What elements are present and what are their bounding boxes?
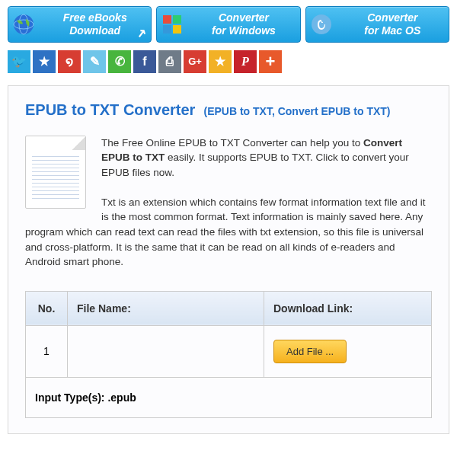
top-nav: Free eBooksDownload Converterfor Windows… xyxy=(0,0,457,49)
cell-filename xyxy=(68,325,264,377)
social-print[interactable]: ⎙ xyxy=(158,50,181,73)
social-tencent[interactable]: ✎ xyxy=(83,50,106,73)
social-pinterest[interactable]: P xyxy=(234,50,257,73)
social-qzone[interactable]: ★ xyxy=(33,50,56,73)
svg-rect-5 xyxy=(163,25,171,34)
file-table: No. File Name: Download Link: 1 Add File… xyxy=(25,291,432,418)
nav-converter-mac[interactable]: Converterfor Mac OS xyxy=(305,6,449,43)
social-wechat[interactable]: ✆ xyxy=(108,50,131,73)
cell-no: 1 xyxy=(26,325,68,377)
svg-point-7 xyxy=(312,14,331,34)
desc-paragraph-2: Txt is an extension which contains few f… xyxy=(25,195,432,270)
page-subtitle: (EPUB to TXT, Convert EPUB to TXT) xyxy=(203,105,390,117)
globe-icon xyxy=(11,12,36,37)
nav-label: Free eBooksDownload xyxy=(42,11,148,37)
svg-rect-6 xyxy=(173,25,181,34)
nav-label: Converterfor Mac OS xyxy=(340,11,446,37)
col-download: Download Link: xyxy=(264,291,432,325)
social-favorite[interactable]: ★ xyxy=(209,50,232,73)
social-weibo[interactable]: ໑ xyxy=(58,50,81,73)
mac-icon xyxy=(309,12,334,37)
nav-converter-windows[interactable]: Converterfor Windows xyxy=(156,6,300,43)
description: The Free Online EPUB to TXT Converter ca… xyxy=(25,136,432,270)
social-more[interactable]: + xyxy=(259,50,282,73)
table-row: 1 Add File ... xyxy=(26,325,432,377)
windows-icon xyxy=(160,12,184,37)
page-title: EPUB to TXT Converter (EPUB to TXT, Conv… xyxy=(25,101,432,119)
col-filename: File Name: xyxy=(68,291,264,325)
nav-free-ebooks[interactable]: Free eBooksDownload xyxy=(8,6,152,43)
col-no: No. xyxy=(26,291,68,325)
input-types-row: Input Type(s): .epub xyxy=(26,377,432,417)
svg-point-0 xyxy=(14,14,34,34)
social-gplus[interactable]: G+ xyxy=(184,50,206,73)
svg-rect-4 xyxy=(173,15,181,24)
cell-download: Add File ... xyxy=(264,325,432,377)
social-row: 🐦 ★ ໑ ✎ ✆ f ⎙ G+ ★ P + xyxy=(0,49,457,81)
svg-rect-3 xyxy=(163,15,171,24)
content-panel: EPUB to TXT Converter (EPUB to TXT, Conv… xyxy=(8,85,449,434)
social-facebook[interactable]: f xyxy=(133,50,156,73)
social-twitter[interactable]: 🐦 xyxy=(8,50,30,73)
txt-file-icon xyxy=(25,136,86,209)
nav-label: Converterfor Windows xyxy=(190,11,296,37)
add-file-button[interactable]: Add File ... xyxy=(273,340,347,363)
desc-paragraph-1: The Free Online EPUB to TXT Converter ca… xyxy=(25,136,432,180)
